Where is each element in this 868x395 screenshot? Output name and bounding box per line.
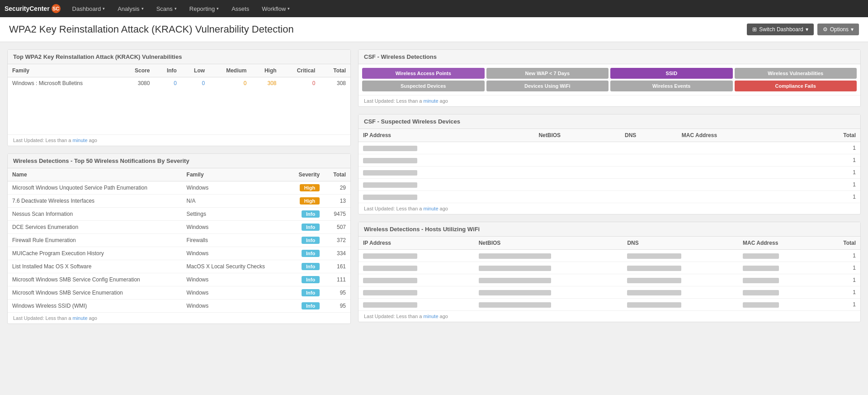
nav-dashboard[interactable]: Dashboard ▾ bbox=[67, 0, 111, 17]
nav-scans[interactable]: Scans ▾ bbox=[151, 0, 182, 17]
csf-last-updated-link[interactable]: minute bbox=[423, 98, 438, 104]
wn-last-updated-link[interactable]: minute bbox=[72, 315, 87, 321]
netbios-cell bbox=[474, 262, 623, 274]
hw-col-ip: IP Address bbox=[359, 237, 474, 250]
main-layout: Top WPA2 Key Reinstallation Attack (KRAC… bbox=[0, 42, 868, 331]
left-column: Top WPA2 Key Reinstallation Attack (KRAC… bbox=[7, 49, 351, 324]
csf-filter-button[interactable]: SSID bbox=[610, 68, 733, 79]
dns-cell bbox=[620, 191, 677, 203]
nav-workflow[interactable]: Workflow ▾ bbox=[256, 0, 295, 17]
mac-cell bbox=[677, 179, 801, 191]
family-cell: Windows : Microsoft Bulletins bbox=[8, 77, 120, 90]
wn-col-total: Total bbox=[324, 168, 350, 181]
ip-cell bbox=[359, 250, 474, 262]
col-critical: Critical bbox=[281, 64, 320, 77]
last-updated-link[interactable]: minute bbox=[72, 138, 87, 143]
top-right-buttons: ⊞ Switch Dashboard ▾ ⚙ Options ▾ bbox=[747, 24, 859, 35]
chevron-down-icon: ▾ bbox=[175, 6, 177, 11]
name-cell: Microsoft Windows SMB Service Config Enu… bbox=[8, 273, 182, 286]
name-cell: Microsoft Windows Unquoted Service Path … bbox=[8, 181, 182, 195]
switch-dashboard-button[interactable]: ⊞ Switch Dashboard ▾ bbox=[747, 24, 813, 35]
table-row: 1 bbox=[359, 250, 860, 262]
hosts-wifi-table: IP Address NetBIOS DNS MAC Address Total… bbox=[359, 237, 860, 310]
ip-cell bbox=[359, 142, 534, 154]
csf-filter-button[interactable]: Wireless Access Points bbox=[362, 68, 485, 79]
nav-reporting[interactable]: Reporting ▾ bbox=[184, 0, 224, 17]
page-title: WPA2 Key Reinstallation Attack (KRACK) V… bbox=[9, 24, 294, 35]
total-cell: 1 bbox=[821, 286, 860, 299]
csf-buttons-grid: Wireless Access PointsNew WAP < 7 DaysSS… bbox=[359, 64, 860, 95]
sd-last-updated: Last Updated: Less than a minute ago bbox=[359, 203, 860, 214]
navbar: SecurityCenter SC Dashboard ▾ Analysis ▾… bbox=[0, 0, 868, 17]
csf-wireless-header: CSF - Wireless Detections bbox=[359, 50, 860, 64]
netbios-cell bbox=[534, 191, 620, 203]
severity-cell: High bbox=[288, 195, 325, 208]
wn-col-family: Family bbox=[182, 168, 288, 181]
total-cell: 13 bbox=[324, 195, 350, 208]
top-krack-panel-body: Family Score Info Low Medium High Critic… bbox=[8, 64, 350, 134]
chevron-down-icon: ▾ bbox=[217, 6, 219, 11]
hw-col-netbios: NetBIOS bbox=[474, 237, 623, 250]
high-cell: 308 bbox=[251, 77, 281, 90]
family-cell: Windows bbox=[182, 247, 288, 260]
total-cell: 1 bbox=[800, 167, 860, 179]
dns-cell bbox=[623, 299, 738, 311]
medium-cell: 0 bbox=[209, 77, 251, 90]
hosts-wifi-body: IP Address NetBIOS DNS MAC Address Total… bbox=[359, 237, 860, 310]
top-krack-header-row: Family Score Info Low Medium High Critic… bbox=[8, 64, 350, 77]
options-button[interactable]: ⚙ Options ▾ bbox=[817, 24, 859, 35]
brand-logo[interactable]: SecurityCenter SC bbox=[5, 4, 61, 13]
sd-col-dns: DNS bbox=[620, 129, 677, 142]
family-cell: Windows bbox=[182, 273, 288, 286]
name-cell: Microsoft Windows SMB Service Enumeratio… bbox=[8, 286, 182, 300]
family-cell: N/A bbox=[182, 195, 288, 208]
brand-name: SecurityCenter bbox=[5, 5, 50, 12]
total-cell: 507 bbox=[324, 221, 350, 234]
csf-filter-button[interactable]: Suspected Devices bbox=[362, 81, 485, 91]
csf-filter-button[interactable]: Devices Using WiFi bbox=[486, 81, 609, 91]
dns-cell bbox=[623, 286, 738, 299]
wireless-notifications-panel: Wireless Detections - Top 50 Wireless No… bbox=[7, 153, 351, 324]
netbios-cell bbox=[474, 299, 623, 311]
hw-header-row: IP Address NetBIOS DNS MAC Address Total bbox=[359, 237, 860, 250]
col-total: Total bbox=[320, 64, 350, 77]
col-info: Info bbox=[154, 64, 181, 77]
nav-assets[interactable]: Assets bbox=[226, 0, 255, 17]
total-cell: 1 bbox=[800, 191, 860, 203]
top-krack-table: Family Score Info Low Medium High Critic… bbox=[8, 64, 350, 89]
csf-filter-button[interactable]: Wireless Events bbox=[610, 81, 733, 91]
table-row: List Installed Mac OS X Software MacOS X… bbox=[8, 260, 350, 273]
ip-cell bbox=[359, 191, 534, 203]
mac-cell bbox=[738, 299, 821, 311]
family-cell: Windows bbox=[182, 181, 288, 195]
table-row: 1 bbox=[359, 299, 860, 311]
hw-last-updated-link[interactable]: minute bbox=[423, 314, 438, 319]
severity-cell: Info bbox=[288, 273, 325, 286]
table-row: Windows : Microsoft Bulletins 3080 0 0 0… bbox=[8, 77, 350, 90]
gear-icon: ⚙ bbox=[823, 26, 828, 33]
suspected-devices-table: IP Address NetBIOS DNS MAC Address Total… bbox=[359, 129, 860, 203]
csf-filter-button[interactable]: Wireless Vulnerabilities bbox=[735, 68, 857, 79]
nav-analysis[interactable]: Analysis ▾ bbox=[112, 0, 149, 17]
chevron-down-icon: ▾ bbox=[103, 6, 105, 11]
total-cell: 1 bbox=[821, 262, 860, 274]
sd-last-updated-link[interactable]: minute bbox=[423, 206, 438, 211]
wireless-notifications-table: Name Family Severity Total Microsoft Win… bbox=[8, 168, 350, 312]
right-column: CSF - Wireless Detections Wireless Acces… bbox=[358, 49, 861, 322]
col-high: High bbox=[251, 64, 281, 77]
brand-badge: SC bbox=[52, 4, 61, 13]
csf-filter-button[interactable]: New WAP < 7 Days bbox=[486, 68, 609, 79]
table-row: 7.6 Deactivate Wireless Interfaces N/A H… bbox=[8, 195, 350, 208]
severity-cell: Info bbox=[288, 300, 325, 313]
col-family: Family bbox=[8, 64, 120, 77]
total-cell: 95 bbox=[324, 300, 350, 313]
hosts-wifi-header: Wireless Detections - Hosts Utilizing Wi… bbox=[359, 222, 860, 237]
severity-cell: Info bbox=[288, 208, 325, 221]
suspected-devices-panel: CSF - Suspected Wireless Devices IP Addr… bbox=[358, 114, 861, 214]
ip-cell bbox=[359, 154, 534, 167]
table-row: MUICache Program Execution History Windo… bbox=[8, 247, 350, 260]
table-row: Firewall Rule Enumeration Firewalls Info… bbox=[8, 234, 350, 247]
mac-cell bbox=[677, 142, 801, 154]
csf-filter-button[interactable]: Compliance Fails bbox=[735, 81, 857, 91]
wn-col-name: Name bbox=[8, 168, 182, 181]
